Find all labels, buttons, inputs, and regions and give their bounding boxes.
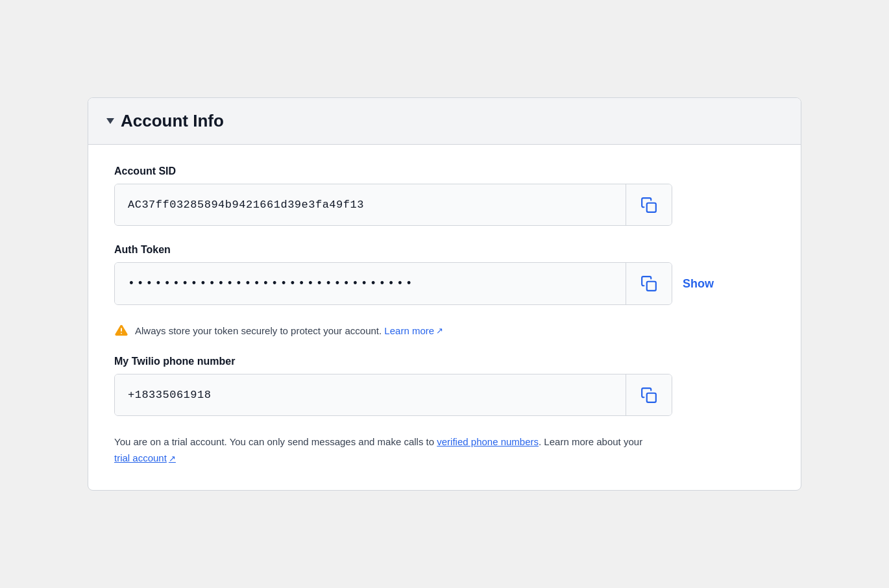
svg-rect-0 — [647, 203, 656, 212]
account-sid-copy-button[interactable] — [626, 184, 672, 225]
show-auth-token-button[interactable]: Show — [683, 277, 714, 291]
copy-icon — [640, 275, 657, 292]
copy-icon — [640, 197, 657, 214]
external-link-icon-trial: ↗ — [169, 452, 176, 465]
warning-icon — [114, 323, 128, 337]
chevron-down-icon — [106, 118, 114, 124]
learn-more-link[interactable]: Learn more ↗ — [384, 325, 443, 336]
card-body: Account SID AC37ff03285894b9421661d39e3f… — [88, 145, 801, 490]
phone-number-copy-button[interactable] — [626, 374, 672, 415]
auth-token-label: Auth Token — [114, 244, 775, 256]
phone-number-box: +18335061918 — [114, 374, 672, 416]
card-title: Account Info — [121, 111, 224, 131]
trial-account-link[interactable]: trial account ↗ — [114, 450, 176, 467]
auth-token-row: •••••••••••••••••••••••••••••••• Show — [114, 262, 737, 305]
svg-point-3 — [121, 333, 122, 334]
account-sid-value: AC37ff03285894b9421661d39e3fa49f13 — [115, 184, 626, 225]
svg-rect-4 — [647, 393, 656, 402]
phone-number-section: My Twilio phone number +18335061918 — [114, 356, 775, 416]
trial-notice: You are on a trial account. You can only… — [114, 434, 698, 467]
account-sid-section: Account SID AC37ff03285894b9421661d39e3f… — [114, 165, 775, 226]
account-info-card: Account Info Account SID AC37ff03285894b… — [88, 97, 801, 491]
auth-token-box: •••••••••••••••••••••••••••••••• — [114, 262, 672, 305]
auth-token-section: Auth Token •••••••••••••••••••••••••••••… — [114, 244, 775, 305]
copy-icon — [640, 387, 657, 404]
auth-token-copy-button[interactable] — [626, 263, 672, 304]
phone-number-value: +18335061918 — [115, 374, 626, 415]
auth-token-value: •••••••••••••••••••••••••••••••• — [115, 263, 626, 304]
warning-row: Always store your token securely to prot… — [114, 323, 775, 337]
phone-number-label: My Twilio phone number — [114, 356, 775, 367]
account-sid-box: AC37ff03285894b9421661d39e3fa49f13 — [114, 184, 672, 226]
warning-text: Always store your token securely to prot… — [135, 325, 443, 336]
account-sid-label: Account SID — [114, 165, 775, 177]
card-header: Account Info — [88, 98, 801, 145]
verified-phone-numbers-link[interactable]: verified phone numbers — [437, 434, 539, 450]
svg-rect-1 — [647, 282, 656, 291]
external-link-icon: ↗ — [436, 326, 443, 336]
